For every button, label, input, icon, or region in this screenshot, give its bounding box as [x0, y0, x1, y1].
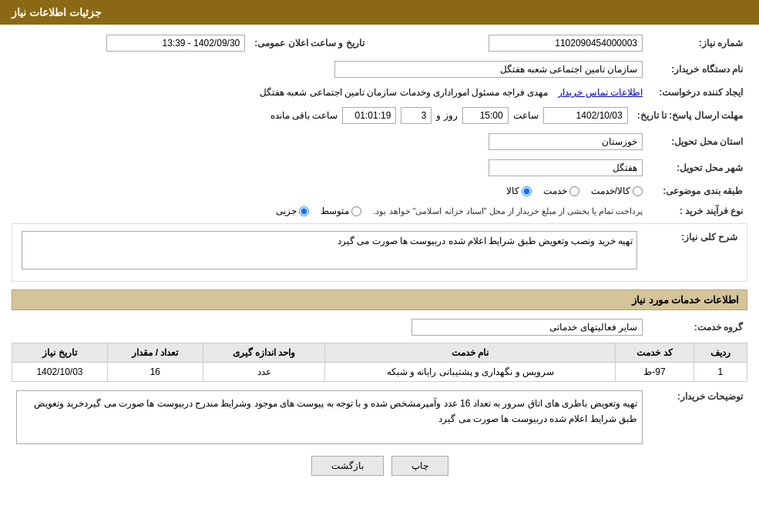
- top-info-table: شماره نیاز: 1102090454000003 تاریخ و ساع…: [12, 32, 747, 54]
- order-number-label: شماره نیاز:: [647, 32, 747, 54]
- announce-date-label: تاریخ و ساعت اعلان عمومی:: [250, 32, 368, 54]
- category-kala-radio[interactable]: [522, 186, 532, 196]
- category-kala-khadamat-label: کالا/خدمت: [591, 186, 630, 196]
- time-label: ساعت: [513, 110, 539, 121]
- category-kala-label: کالا: [506, 186, 519, 196]
- date-value: 1402/10/03: [543, 107, 628, 124]
- province-value: خوزستان: [489, 133, 643, 150]
- table-cell-name: سرویس و نگهداری و پشتیبانی رایانه و شبکه: [325, 363, 616, 382]
- general-desc-label: شرح کلی نیاز:: [642, 229, 742, 272]
- services-table: ردیف کد خدمت نام خدمت واحد اندازه گیری ت…: [12, 343, 747, 382]
- process-table: نوع فرآیند خرید : پرداخت تمام یا بخشی از…: [12, 203, 747, 219]
- table-cell-date: 1402/10/03: [12, 363, 108, 382]
- process-jozee-radio[interactable]: [299, 206, 309, 216]
- page-header: جزئیات اطلاعات نیاز: [0, 0, 759, 25]
- page-container: جزئیات اطلاعات نیاز شماره نیاز: 11020904…: [0, 0, 759, 532]
- process-jozee-item: جزیی: [276, 206, 309, 216]
- contact-link[interactable]: اطلاعات تماس خریدار: [558, 87, 643, 98]
- city-table: شهر محل تحویل: هفتگل: [12, 157, 747, 179]
- province-label: استان محل تحویل:: [647, 131, 747, 152]
- remaining-label: ساعت باقی مانده: [270, 110, 338, 121]
- send-deadline-label: مهلت ارسال پاسخ: تا تاریخ:: [633, 105, 747, 126]
- buyer-desc-label: توضیحات خریدار:: [647, 388, 747, 447]
- process-jozee-label: جزیی: [276, 206, 297, 216]
- day-value: 3: [401, 107, 432, 124]
- service-group-value: سایر فعالیتهای خدماتی: [411, 319, 643, 336]
- col-header-date: تاریخ نیاز: [12, 343, 108, 363]
- creator-table: ایجاد کننده درخواست: اطلاعات تماس خریدار…: [12, 85, 747, 100]
- time-value: 15:00: [462, 107, 509, 124]
- content-area: شماره نیاز: 1102090454000003 تاریخ و ساع…: [0, 25, 759, 491]
- process-motavaset-radio[interactable]: [351, 206, 361, 216]
- page-title: جزئیات اطلاعات نیاز: [12, 6, 102, 18]
- table-cell-unit: عدد: [203, 363, 325, 382]
- process-type-label: نوع فرآیند خرید :: [647, 203, 747, 219]
- table-cell-row: 1: [694, 363, 747, 382]
- deadline-table: مهلت ارسال پاسخ: تا تاریخ: 1402/10/03 سا…: [12, 105, 747, 126]
- category-table: طبقه بندی موضوعی: کالا/خدمت خدمت: [12, 183, 747, 199]
- category-khadamat-label: خدمت: [543, 186, 567, 196]
- services-section-title: اطلاعات خدمات مورد نیاز: [12, 289, 747, 310]
- back-button[interactable]: بازگشت: [311, 456, 384, 476]
- order-number-value: 1102090454000003: [489, 35, 643, 52]
- buyer-org-label: نام دستگاه خریدار:: [647, 59, 747, 80]
- buyer-org-table: نام دستگاه خریدار: سازمان تامین اجتماعی …: [12, 59, 747, 80]
- process-motavaset-item: متوسط: [321, 206, 361, 216]
- day-label: روز و: [436, 110, 457, 121]
- table-row: 197-طسرویس و نگهداری و پشتیبانی رایانه و…: [12, 363, 747, 382]
- city-label: شهر محل تحویل:: [647, 157, 747, 179]
- general-desc-value: تهیه خرید ونصب وتعویض طبق شرایط اعلام شد…: [22, 231, 637, 269]
- col-header-code: کد خدمت: [616, 343, 694, 363]
- service-group-table: گروه خدمت: سایر فعالیتهای خدماتی: [12, 316, 747, 338]
- print-button[interactable]: چاپ: [391, 456, 448, 476]
- announce-date-value: 1402/09/30 - 13:39: [106, 35, 245, 52]
- col-header-qty: تعداد / مقدار: [107, 343, 203, 363]
- buyer-org-value: سازمان تامین اجتماعی شعبه هفتگل: [334, 61, 643, 78]
- category-khadamat-item: خدمت: [543, 186, 579, 196]
- buttons-row: چاپ بازگشت: [12, 456, 747, 476]
- creator-value: مهدی فراجه مسئول اموراداری وخدمات سازمان…: [260, 87, 548, 98]
- service-group-label: گروه خدمت:: [647, 316, 747, 338]
- col-header-row: ردیف: [694, 343, 747, 363]
- category-kala-item: کالا: [506, 186, 532, 196]
- province-table: استان محل تحویل: خوزستان: [12, 131, 747, 152]
- col-header-name: نام خدمت: [325, 343, 616, 363]
- process-motavaset-label: متوسط: [321, 206, 349, 216]
- buyer-desc-value: تهیه وتعویض باطری های اتاق سرور به تعداد…: [16, 390, 643, 444]
- creator-label: ایجاد کننده درخواست:: [647, 85, 747, 100]
- category-khadamat-radio[interactable]: [569, 186, 579, 196]
- city-value: هفتگل: [489, 159, 643, 176]
- process-desc: پرداخت تمام یا بخشی از مبلغ خریدار از مح…: [373, 206, 643, 216]
- table-cell-code: 97-ط: [616, 363, 694, 382]
- table-cell-quantity: 16: [107, 363, 203, 382]
- col-header-unit: واحد اندازه گیری: [203, 343, 325, 363]
- buyer-desc-table: توضیحات خریدار: تهیه وتعویض باطری های ات…: [12, 388, 747, 447]
- category-kala-khadamat-radio[interactable]: [633, 186, 643, 196]
- category-kala-khadamat-item: کالا/خدمت: [591, 186, 643, 196]
- general-desc-section: شرح کلی نیاز: تهیه خرید ونصب وتعویض طبق …: [12, 223, 747, 282]
- category-label: طبقه بندی موضوعی:: [647, 183, 747, 199]
- remaining-value: 01:01:19: [342, 107, 396, 124]
